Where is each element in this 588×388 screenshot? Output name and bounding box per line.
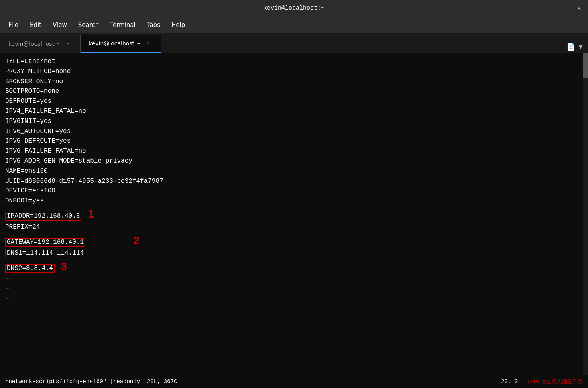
terminal-line: DEFROUTE=yes bbox=[5, 96, 583, 106]
terminal-line: IPV6_AUTOCONF=yes bbox=[5, 127, 583, 137]
terminal-line: PROXY_METHOD=none bbox=[5, 67, 583, 77]
terminal-line-highlight3: DNS1=114.114.114.114 bbox=[5, 248, 583, 258]
menu-item-search[interactable]: Search bbox=[73, 19, 104, 31]
tab-0[interactable]: kevin@localhost:~× bbox=[0, 35, 81, 53]
terminal-line: UUID=d88066d8-d157-4955-a233-bc32f4fa798… bbox=[5, 176, 583, 186]
new-tab-icon[interactable]: 📄 bbox=[566, 43, 575, 51]
annotation-3: 3 bbox=[61, 260, 67, 272]
terminal-tilde-line: ~ bbox=[5, 274, 583, 284]
highlight-dns: DNS2=8.8.4.4 bbox=[5, 264, 55, 273]
terminal-line: TYPE=Ethernet bbox=[5, 57, 583, 67]
status-position: 20,10 bbox=[501, 378, 518, 385]
menu-bar: FileEditViewSearchTerminalTabsHelp bbox=[0, 16, 588, 33]
terminal-line: IPV6_ADDR_GEN_MODE=stable-privacy bbox=[5, 156, 583, 166]
title-bar: kevin@localhost:~ × bbox=[0, 0, 588, 16]
close-button[interactable]: × bbox=[577, 5, 581, 12]
highlight-ipaddr: IPADDR=192.168.40.3 bbox=[5, 212, 81, 221]
terminal-line: DEVICE=ens160 bbox=[5, 186, 583, 196]
terminal-line: BROWSER_ONLY=no bbox=[5, 77, 583, 87]
annotation-2: 2 bbox=[134, 234, 139, 246]
terminal-line: IPV4_FAILURE_FATAL=no bbox=[5, 106, 583, 116]
terminal-line: IPV6_DEFROUTE=yes bbox=[5, 136, 583, 146]
highlight-dns: DNS1=114.114.114.114 bbox=[5, 249, 85, 257]
terminal-window: kevin@localhost:~ × FileEditViewSearchTe… bbox=[0, 0, 588, 388]
tabs-bar: kevin@localhost:~×kevin@localhost:~×📄▼ bbox=[0, 33, 588, 53]
terminal-line: PREFIX=24 bbox=[5, 222, 583, 232]
terminal-line-highlight3: DNS2=8.8.4.43 bbox=[5, 258, 583, 274]
status-bar: <network-scripts/ifcfg-ens160" [readonly… bbox=[0, 375, 588, 388]
menu-item-terminal[interactable]: Terminal bbox=[105, 19, 140, 31]
status-file-info: <network-scripts/ifcfg-ens160" [readonly… bbox=[5, 378, 501, 385]
terminal-line: IPV6_FAILURE_FATAL=no bbox=[5, 146, 583, 156]
tab-label-1: kevin@localhost:~ bbox=[89, 40, 141, 47]
annotation-1: 1 bbox=[88, 208, 94, 220]
tab-close-1[interactable]: × bbox=[147, 40, 150, 47]
terminal-tilde-line: ~ bbox=[5, 284, 583, 294]
menu-item-tabs[interactable]: Tabs bbox=[142, 19, 165, 31]
terminal-line: ONBOOT=yes bbox=[5, 196, 583, 206]
tab-label-0: kevin@localhost:~ bbox=[8, 41, 61, 47]
menu-item-edit[interactable]: Edit bbox=[25, 19, 46, 31]
tab-dropdown-icon[interactable]: ▼ bbox=[578, 43, 583, 51]
terminal-line-highlight2: GATEWAY=192.168.40.12 bbox=[5, 232, 583, 248]
terminal-line: NAME=ens160 bbox=[5, 166, 583, 176]
scrollbar[interactable] bbox=[583, 53, 588, 375]
menu-item-view[interactable]: View bbox=[48, 19, 72, 31]
highlight-gateway: GATEWAY=192.168.40.1 bbox=[5, 238, 85, 247]
terminal-line-highlight1: IPADDR=192.168.40.31 bbox=[5, 206, 583, 222]
terminal-tilde-line: ~ bbox=[5, 294, 583, 304]
menu-item-help[interactable]: Help bbox=[167, 19, 190, 31]
tab-controls: 📄▼ bbox=[566, 43, 588, 53]
status-watermark: CSDN @过尽人烟壬千客 bbox=[527, 378, 583, 385]
menu-item-file[interactable]: File bbox=[4, 19, 23, 31]
tab-close-0[interactable]: × bbox=[67, 41, 70, 47]
status-right: 20,10 CSDN @过尽人烟壬千客 bbox=[501, 378, 583, 385]
scrollbar-thumb[interactable] bbox=[583, 53, 588, 78]
terminal-content[interactable]: TYPE=EthernetPROXY_METHOD=noneBROWSER_ON… bbox=[0, 53, 588, 375]
window-title: kevin@localhost:~ bbox=[263, 5, 325, 12]
tab-1[interactable]: kevin@localhost:~× bbox=[81, 35, 161, 53]
terminal-line: BOOTPROTO=none bbox=[5, 86, 583, 96]
terminal-line: IPV6INIT=yes bbox=[5, 116, 583, 127]
